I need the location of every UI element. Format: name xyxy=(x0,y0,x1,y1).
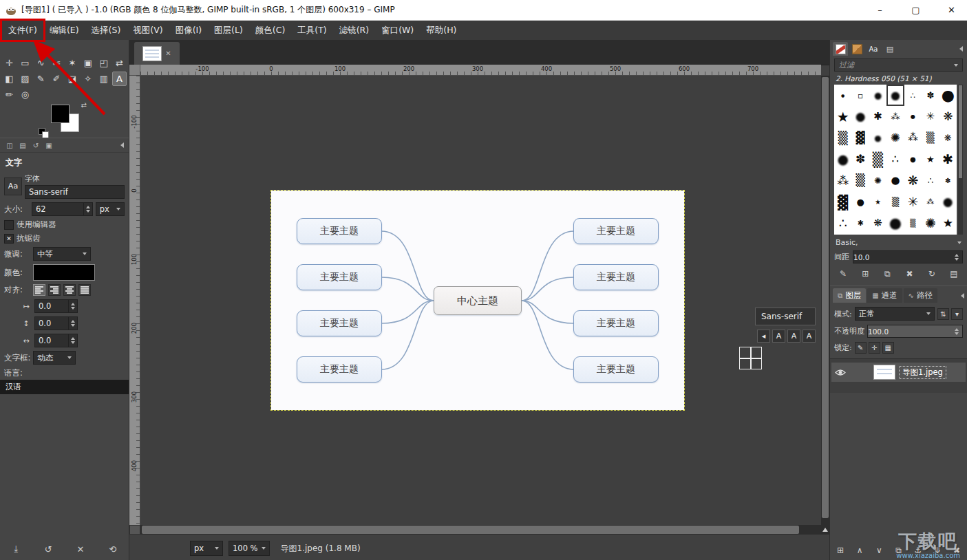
eraser-tool[interactable]: ◪ xyxy=(65,72,80,86)
tab-layers[interactable]: ⧉图层 xyxy=(833,288,866,303)
brush-scrollbar-thumb[interactable] xyxy=(959,85,962,178)
refresh-brushes-button[interactable]: ↻ xyxy=(926,268,938,280)
brush-item[interactable]: ✺ xyxy=(886,127,904,149)
menu-item-6[interactable]: 图层(L) xyxy=(208,21,249,40)
brush-item[interactable]: ● xyxy=(904,149,922,170)
brush-item[interactable]: ▒ xyxy=(922,127,939,149)
clone-tool[interactable]: ▥ xyxy=(96,72,111,86)
menu-item-4[interactable]: 视图(V) xyxy=(127,21,169,40)
brush-item[interactable]: ✽ xyxy=(922,85,939,106)
device-status-tab-icon[interactable]: ▤ xyxy=(18,140,28,150)
quick-mask-toggle[interactable] xyxy=(129,525,140,535)
documents-tab[interactable]: ▤ xyxy=(882,42,897,56)
canvas-viewport[interactable]: 中心主题 主要主题主要主题主要主题主要主题主要主题主要主题主要主题主要主题 xyxy=(140,76,821,525)
language-input[interactable]: 汉语 xyxy=(0,380,129,394)
justify-left-button[interactable] xyxy=(33,284,45,296)
mode-switch-button[interactable]: ⇅ xyxy=(937,308,949,320)
zoom-select[interactable]: 100 % xyxy=(229,541,270,556)
paintbrush-tool[interactable]: ✐ xyxy=(50,72,64,86)
layer-mode-select[interactable]: 正常 xyxy=(855,307,935,321)
font-size-input[interactable]: 62 xyxy=(32,202,93,216)
default-colors-icon[interactable] xyxy=(39,128,49,138)
antialias-checkbox[interactable]: ✕ 抗锯齿 xyxy=(4,233,125,244)
visibility-eye-icon[interactable] xyxy=(835,369,846,376)
oncanvas-font-field[interactable]: Sans-serif xyxy=(755,308,816,325)
delete-tool-options-button[interactable]: ✕ xyxy=(73,541,88,557)
brush-item[interactable]: ✺ xyxy=(869,170,886,191)
menu-item-10[interactable]: 窗口(W) xyxy=(375,21,420,40)
layer-row[interactable]: 导图1.jpeg xyxy=(831,363,966,382)
brush-item[interactable]: ✳ xyxy=(904,191,922,213)
menu-item-2[interactable]: 编辑(E) xyxy=(43,21,85,40)
brush-scrollbar[interactable] xyxy=(958,85,963,235)
tab-paths[interactable]: ∿路径 xyxy=(904,288,937,303)
text-editor-back-button[interactable]: ◂ xyxy=(757,330,770,343)
brush-item[interactable]: ● xyxy=(851,106,869,127)
brush-item[interactable]: ▒ xyxy=(886,191,904,213)
image-tab[interactable]: ✕ xyxy=(134,42,180,65)
vertical-ruler[interactable]: -1000100200300400 xyxy=(129,76,140,525)
brush-item[interactable]: ★ xyxy=(922,149,939,170)
menu-item-5[interactable]: 图像(I) xyxy=(169,21,208,40)
fuzzy-select-tool[interactable]: ✶ xyxy=(65,56,80,70)
brush-item[interactable]: ▓ xyxy=(851,127,869,149)
airbrush-tool[interactable]: ✧ xyxy=(81,72,95,86)
brush-item[interactable]: ❋ xyxy=(939,127,957,149)
minimize-button[interactable]: – xyxy=(864,0,895,21)
brush-item[interactable]: ● xyxy=(886,85,904,106)
opacity-slider[interactable]: 100.0 xyxy=(867,325,963,338)
brush-preset-select[interactable]: Basic, xyxy=(836,238,961,247)
navigation-button[interactable] xyxy=(821,525,829,535)
brush-item[interactable]: ● xyxy=(869,127,886,149)
crop-tool[interactable]: ▣ xyxy=(81,56,95,70)
dock-menu-button[interactable] xyxy=(961,293,964,299)
save-tool-options-button[interactable]: ⤓ xyxy=(8,541,23,557)
font-picker-button[interactable]: Aa xyxy=(4,177,22,195)
justify-fill-button[interactable] xyxy=(78,284,91,296)
brush-filter-input[interactable]: 过滤 xyxy=(834,58,963,72)
text-color-button[interactable] xyxy=(33,264,95,281)
brush-item[interactable]: ⁂ xyxy=(834,170,851,191)
brush-item[interactable]: ∴ xyxy=(886,149,904,170)
raise-layer-button[interactable]: ∧ xyxy=(853,543,867,557)
close-button[interactable]: ✕ xyxy=(936,0,967,21)
new-brush-button[interactable]: ⊞ xyxy=(859,268,871,280)
spacing-slider[interactable]: 10.0 xyxy=(853,250,963,263)
horizontal-ruler[interactable]: -1000100200300400500600700 xyxy=(140,65,821,76)
brush-item[interactable]: ● xyxy=(834,85,851,106)
edit-brush-button[interactable]: ✎ xyxy=(837,268,849,280)
patterns-tab[interactable] xyxy=(849,42,864,56)
pencil-tool[interactable]: ✎ xyxy=(34,72,48,86)
brush-item[interactable]: ⁂ xyxy=(904,127,922,149)
brush-item[interactable]: ✱ xyxy=(869,106,886,127)
brush-item[interactable]: ★ xyxy=(939,213,957,234)
open-brush-button[interactable]: ▤ xyxy=(948,268,960,280)
vertical-scrollbar-thumb[interactable] xyxy=(822,77,829,518)
brush-item[interactable]: ● xyxy=(851,191,869,213)
bucket-fill-tool[interactable]: ◧ xyxy=(2,72,17,86)
brush-item[interactable]: ✽ xyxy=(851,149,869,170)
brush-item[interactable]: ● xyxy=(869,85,886,106)
color-picker-tool[interactable]: ✏ xyxy=(2,87,17,102)
foreground-color-swatch[interactable] xyxy=(51,105,70,123)
justify-center-button[interactable] xyxy=(63,284,76,296)
brush-item[interactable]: ✱ xyxy=(851,213,869,234)
move-tool[interactable]: ✛ xyxy=(2,56,17,70)
restore-tool-options-button[interactable]: ↺ xyxy=(41,541,56,557)
rectangle-select-tool[interactable]: ▭ xyxy=(18,56,32,70)
text-editor-button-a2[interactable]: A xyxy=(787,330,800,343)
line-spacing-input[interactable]: 0.0 xyxy=(34,316,78,330)
use-editor-checkbox[interactable]: 使用编辑器 xyxy=(4,219,125,230)
brush-item[interactable]: ⁂ xyxy=(922,191,939,213)
brush-item[interactable]: ★ xyxy=(869,191,886,213)
brush-item[interactable]: ● xyxy=(904,106,922,127)
brush-item[interactable]: ● xyxy=(939,85,957,106)
maximize-button[interactable]: ▢ xyxy=(900,0,931,21)
lower-layer-button[interactable]: ∨ xyxy=(872,543,886,557)
scissors-select-tool[interactable]: ✄ xyxy=(50,56,64,70)
brush-item[interactable]: ❋ xyxy=(869,213,886,234)
brush-item[interactable]: ✱ xyxy=(939,149,957,170)
images-tab-icon[interactable]: ▣ xyxy=(44,140,54,150)
letter-spacing-input[interactable]: 0.0 xyxy=(34,334,78,347)
transform-tool[interactable]: ◰ xyxy=(96,56,111,70)
